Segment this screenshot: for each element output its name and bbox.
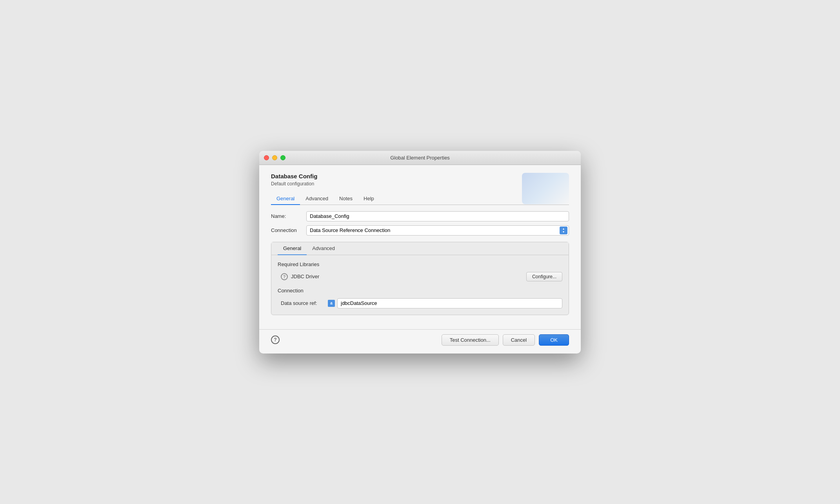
dialog-window: Global Element Properties Database Confi… [259, 151, 581, 354]
required-libraries-title: Required Libraries [278, 261, 562, 267]
name-input[interactable] [306, 211, 569, 221]
bottom-help-icon[interactable]: ? [271, 335, 280, 344]
inner-content: Required Libraries ? JDBC Driver Configu… [271, 255, 569, 308]
datasource-row: Data source ref: a [281, 298, 562, 308]
window-title: Global Element Properties [390, 155, 450, 161]
tab-general[interactable]: General [271, 193, 300, 205]
datasource-input[interactable] [337, 298, 562, 308]
tab-advanced[interactable]: Advanced [300, 193, 334, 205]
title-bar: Global Element Properties [259, 151, 581, 165]
datasource-input-wrap: a [328, 298, 562, 308]
library-left: ? JDBC Driver [281, 273, 319, 280]
maximize-button[interactable] [280, 155, 285, 160]
connection-row: Connection Data Source Reference Connect… [271, 225, 569, 236]
connection-label: Connection [271, 227, 306, 233]
minimize-button[interactable] [272, 155, 277, 160]
connection-section-title: Connection [278, 288, 562, 294]
dialog-title: Database Config [271, 173, 569, 179]
test-connection-button[interactable]: Test Connection... [442, 334, 499, 346]
close-button[interactable] [264, 155, 269, 160]
cancel-button[interactable]: Cancel [503, 334, 535, 346]
datasource-icon: a [328, 300, 335, 307]
ok-button[interactable]: OK [539, 334, 569, 346]
traffic-lights [264, 155, 285, 160]
inner-tab-advanced[interactable]: Advanced [307, 242, 340, 255]
bottom-buttons: Test Connection... Cancel OK [442, 334, 569, 346]
inner-panel: General Advanced Required Libraries ? JD… [271, 242, 569, 315]
tab-notes[interactable]: Notes [334, 193, 358, 205]
name-row: Name: [271, 211, 569, 221]
window-body: Database Config Default configuration Ge… [259, 165, 581, 329]
jdbc-driver-label: JDBC Driver [291, 274, 319, 279]
header-section: Database Config Default configuration [271, 173, 569, 187]
inner-tabs: General Advanced [271, 242, 569, 255]
jdbc-help-icon[interactable]: ? [281, 273, 288, 280]
bottom-bar: ? Test Connection... Cancel OK [259, 329, 581, 354]
inner-tab-general[interactable]: General [278, 242, 307, 255]
library-row: ? JDBC Driver Configure... [281, 272, 562, 281]
dialog-subtitle: Default configuration [271, 181, 569, 187]
tab-help[interactable]: Help [358, 193, 380, 205]
datasource-label: Data source ref: [281, 300, 328, 306]
connection-select[interactable]: Data Source Reference Connection [306, 225, 569, 236]
configure-button[interactable]: Configure... [526, 272, 562, 281]
connection-select-wrap: Data Source Reference Connection [306, 225, 569, 236]
name-label: Name: [271, 213, 306, 219]
